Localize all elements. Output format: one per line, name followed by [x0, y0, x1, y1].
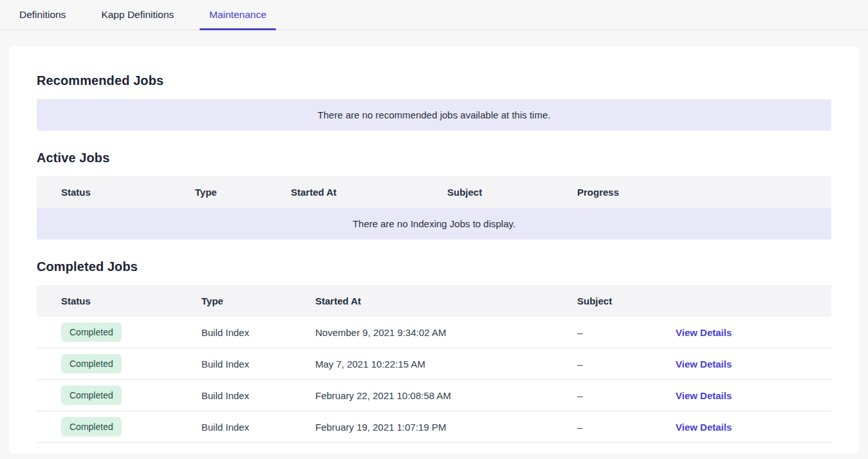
column-header-type: Type — [201, 295, 315, 306]
column-header-progress: Progress — [577, 187, 831, 198]
column-header-status: Status — [61, 187, 195, 198]
view-details-link[interactable]: View Details — [676, 359, 732, 370]
column-header-subject: Subject — [447, 187, 577, 198]
column-header-type: Type — [195, 187, 291, 198]
status-badge: Completed — [61, 386, 122, 405]
column-header-started-at: Started At — [291, 187, 447, 198]
active-jobs-table: Status Type Started At Subject Progress … — [37, 176, 831, 239]
tab-kapp-definitions[interactable]: Kapp Definitions — [91, 0, 183, 30]
column-header-subject: Subject — [577, 295, 676, 306]
cell-subject: – — [577, 327, 676, 338]
tab-bar: Definitions Kapp Definitions Maintenance — [0, 0, 868, 30]
active-jobs-header-row: Status Type Started At Subject Progress — [37, 176, 831, 208]
view-details-link[interactable]: View Details — [676, 422, 732, 433]
cell-started-at: February 19, 2021 1:07:19 PM — [315, 422, 577, 433]
cell-subject: – — [577, 422, 676, 433]
recommended-jobs-empty-banner: There are no recommended jobs available … — [37, 99, 831, 131]
table-row: Completed Build Index November 9, 2021 9… — [37, 317, 831, 348]
view-details-link[interactable]: View Details — [676, 327, 732, 338]
recommended-jobs-title: Recommended Jobs — [37, 73, 831, 88]
active-jobs-empty-row: There are no Indexing Jobs to display. — [37, 208, 831, 239]
cell-type: Build Index — [201, 327, 315, 338]
completed-jobs-title: Completed Jobs — [37, 259, 831, 274]
tab-definitions[interactable]: Definitions — [10, 0, 75, 30]
completed-jobs-header-row: Status Type Started At Subject — [37, 285, 831, 317]
maintenance-panel: Recommended Jobs There are no recommende… — [9, 46, 859, 454]
cell-subject: – — [577, 390, 676, 401]
status-badge: Completed — [61, 354, 122, 373]
table-row: Completed Build Index May 7, 2021 10:22:… — [37, 348, 831, 380]
column-header-started-at: Started At — [315, 295, 577, 306]
cell-type: Build Index — [201, 390, 315, 401]
tab-maintenance[interactable]: Maintenance — [199, 0, 276, 30]
cell-type: Build Index — [201, 359, 315, 370]
active-jobs-title: Active Jobs — [37, 151, 831, 165]
table-row: Completed Build Index February 19, 2021 … — [37, 411, 831, 443]
completed-jobs-table: Status Type Started At Subject Completed… — [37, 285, 831, 443]
cell-subject: – — [577, 359, 676, 370]
cell-started-at: November 9, 2021 9:34:02 AM — [315, 327, 577, 338]
table-row: Completed Build Index February 22, 2021 … — [37, 380, 831, 411]
cell-started-at: February 22, 2021 10:08:58 AM — [315, 390, 577, 401]
cell-started-at: May 7, 2021 10:22:15 AM — [315, 359, 577, 370]
view-details-link[interactable]: View Details — [676, 390, 732, 401]
status-badge: Completed — [61, 323, 122, 342]
cell-type: Build Index — [201, 422, 315, 433]
status-badge: Completed — [61, 417, 122, 436]
column-header-status: Status — [61, 295, 201, 306]
